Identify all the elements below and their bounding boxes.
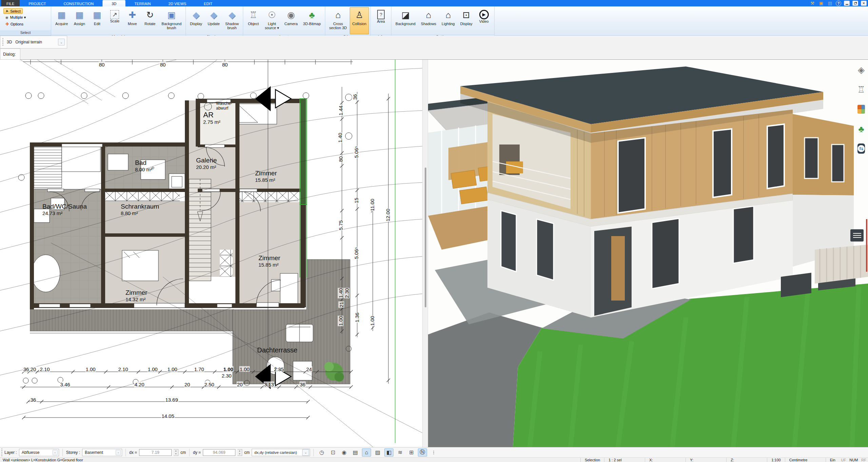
dimension-label: 36 [300,382,306,387]
menu-tab[interactable] [850,229,864,242]
archive-icon[interactable]: ▤ [827,1,833,6]
ribbon-tab[interactable]: 2D VIEWS [160,0,195,6]
dimension-label: 5.75 [338,220,344,230]
ribbon-button[interactable]: ♙ Collision [350,7,369,34]
room-label: Schrankraum 8.80 m² [121,203,159,216]
application-window: FILEPROJECTCONSTRUCTION3DTERRAIN2D VIEWS… [0,0,868,462]
dx-stepper[interactable]: ▲▼ [174,449,178,456]
ribbon-button[interactable]: ✚ Move [123,7,141,34]
ein-indicator[interactable]: Ein [826,458,840,462]
drag-grip[interactable] [1,448,2,457]
dimension-label: 2.30 [344,288,350,298]
ribbon-button[interactable]: ♣ 3D-Bitmap [301,7,324,34]
ribbon-button[interactable]: ↗ Scale [106,7,123,34]
side-tool-button[interactable]: ⇆ [855,142,867,155]
ribbon-button[interactable]: ☉ Light source ▾ [262,7,282,34]
package-icon[interactable]: ▣ [818,1,824,6]
toolbar-button[interactable]: ⊞ [407,448,416,457]
selection-count: 1 : 2 sel [604,458,645,462]
ribbon-button[interactable]: ◆ Display [187,7,205,34]
ribbon-tab[interactable]: CONSTRUCTION [55,0,103,6]
ribbon-tab[interactable]: PROJECT [20,0,55,6]
toolbar-button[interactable]: ⊡ [328,448,337,457]
drag-grip[interactable] [2,38,3,46]
ribbon-button[interactable]: ⌂ Cross section 3D [327,7,350,34]
ribbon-button[interactable]: ♖ Object [245,7,262,34]
help-icon[interactable]: ? [836,1,841,6]
ribbon-button[interactable]: ↻ Rotate [141,7,159,34]
side-tool-button[interactable]: ◈ [855,64,867,76]
side-tool-button[interactable] [855,103,867,115]
dimension-label: 1.70 [194,366,204,372]
ribbon-button[interactable]: ▶ Video [475,7,493,34]
dialog-label: Dialog: [0,49,20,60]
storey-dropdown[interactable]: Basement ⌄ [82,449,122,456]
ribbon-group-info: ? Area Info [371,6,391,35]
layer-dropdown[interactable]: Abfluesse ⌄ [19,449,59,456]
dy-unit: cm [244,450,250,455]
grid-icon: ⊞ [409,449,413,456]
ribbon-group-other: ⌂ Cross section 3D ♙ Collision Other [325,6,371,35]
ribbon-tab[interactable]: EDIT [195,0,221,6]
side-tool-button[interactable]: ♣ [855,123,867,135]
tools-icon[interactable]: ⚒ [809,1,815,6]
ribbon-button[interactable]: ▣ Background brush [159,7,184,34]
video-camera-icon: ◉ [342,449,347,456]
object-icon: ♖ [249,8,257,22]
dimension-label: 80 [99,62,105,68]
coordinate-mode-dropdown[interactable]: dx,dy (relative cartesian) ⌄ [252,449,310,456]
scale-indicator[interactable]: 1:100 [767,458,785,462]
dy-stepper[interactable]: ▲▼ [237,449,242,456]
toolbar-button[interactable]: ≋ [396,448,405,457]
vertical-scrollbar[interactable] [422,60,428,447]
toolbar-button[interactable]: ◷ [317,448,326,457]
select-button[interactable]: ➤Select [3,8,23,14]
dy-input[interactable]: 94.069 [203,449,235,456]
materials-palette-icon [857,105,865,114]
floor-plan-pane[interactable]: Wäsche- abwurf AR 2.75 m² Bad 8.00 m² Ga… [0,60,422,447]
toolbar-button[interactable]: ◧ [384,448,393,457]
side-tool-button[interactable]: ♖ [855,83,867,96]
view-selector: 3D Original terrain ⌄ [0,36,67,49]
ribbon-button[interactable]: ⌂ Lighting [439,7,458,34]
dx-input[interactable]: 7.19 [139,449,172,456]
ribbon-tab[interactable]: 3D [102,0,126,6]
room-label: Zimmer 15.85 m² [255,170,277,183]
options-button[interactable]: ✚Options [3,21,25,27]
3d-view-canvas[interactable] [428,60,868,447]
toolbar-button[interactable]: ▤ [351,448,360,457]
ribbon-button[interactable]: ◪ Background [393,7,418,34]
ribbon-button[interactable]: ◆ Update [205,7,223,34]
ribbon-button[interactable]: ? Area [372,7,390,34]
ribbon-button[interactable]: ▦ Acquire [53,7,71,34]
toolbar-button[interactable]: ▨ [373,448,382,457]
ribbon-tab[interactable]: TERRAIN [126,0,159,6]
display-setting-icon: ⊡ [463,8,470,22]
toolbar-button[interactable]: ⋮ [429,448,438,457]
red-edge-marker [866,219,867,272]
ribbon-button[interactable]: ◉ Camera [282,7,300,34]
multiple-select-button[interactable]: ◉Multiple ▾ [3,15,28,20]
ribbon-button[interactable]: ⊡ Display [458,7,475,34]
minimize-button[interactable] [844,1,850,6]
multiple-icon: ◉ [5,16,8,19]
toolbar-button[interactable]: ◉ [340,448,349,457]
toolbar-button[interactable]: Ⓝ [418,448,427,457]
ribbon-button[interactable]: ◆ Shadow brush [223,7,242,34]
ribbon-button[interactable]: ▦ Edit [88,7,106,34]
toolbar-button[interactable]: ⌂ [362,448,371,457]
ribbon-button[interactable]: ⌂ Shadows [418,7,439,34]
unit-indicator[interactable]: Centimetre [785,458,826,462]
dimension-label: 36 [23,366,30,372]
3d-view-pane[interactable] [428,60,868,447]
room-label: Bad 8.00 m² [135,159,152,172]
dimension-label: 3.13 [264,382,274,387]
terrain-dropdown[interactable]: Original terrain ⌄ [15,39,65,45]
status-bar: Wall <unknown> L=Konstruktion G=Ground f… [0,457,868,462]
scrollbar-thumb[interactable] [425,168,426,307]
ribbon-tab[interactable]: FILE [1,0,20,6]
close-button[interactable]: ✕ [861,1,867,6]
ribbon-button[interactable]: ▦ Assign [71,7,88,34]
restore-button[interactable] [852,1,858,6]
camera-icon: ◉ [287,8,295,22]
